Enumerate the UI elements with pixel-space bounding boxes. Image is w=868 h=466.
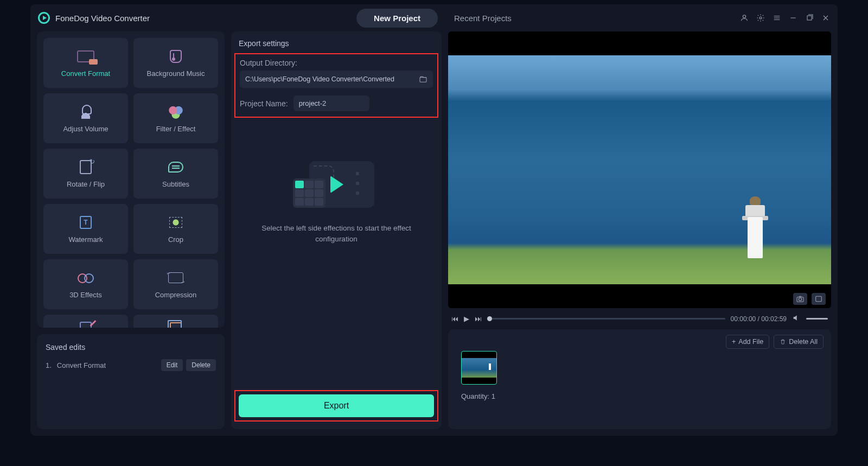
file-thumbnail[interactable] [461, 351, 497, 385]
tab-new-project[interactable]: New Project [356, 9, 438, 28]
tool-label: Convert Format [61, 69, 110, 78]
fullscreen-button[interactable] [812, 293, 826, 305]
export-settings-heading: Export settings [231, 39, 442, 53]
tool-label: Rotate / Flip [67, 180, 105, 188]
playback-bar: ⏮ ▶ ⏭ 00:00:00 / 00:02:59 [448, 314, 831, 324]
saved-edits-heading: Saved edits [46, 343, 216, 352]
tool-grid: Convert Format Background Music Adjust V… [43, 38, 218, 328]
tool-label: Compression [155, 291, 197, 299]
svg-point-5 [799, 298, 801, 301]
tool-filter-effect[interactable]: Filter / Effect [133, 93, 218, 143]
svg-rect-6 [816, 296, 822, 301]
menu-icon[interactable] [773, 14, 781, 22]
compression-icon [165, 270, 186, 285]
tool-partial-1[interactable] [43, 315, 128, 328]
preview-column: ⏮ ▶ ⏭ 00:00:00 / 00:02:59 +Add File Dele… [448, 31, 831, 429]
crop-icon [165, 215, 186, 230]
camera-icon [796, 295, 805, 303]
video-preview [448, 31, 831, 308]
export-settings-highlight: Output Directory: C:\Users\pc\FoneDog Vi… [234, 53, 438, 118]
saved-edit-name: Convert Format [57, 361, 158, 369]
close-icon[interactable] [821, 14, 830, 22]
tool-label: Watermark [68, 235, 103, 244]
volume-slider[interactable] [806, 318, 828, 320]
main-tabs: New Project Recent Projects [356, 9, 512, 28]
tool-label: Adjust Volume [63, 125, 108, 133]
placeholder-illustration-icon [288, 156, 385, 210]
export-button-highlight: Export [234, 390, 438, 422]
3d-effects-icon [75, 270, 96, 285]
delete-button[interactable]: Delete [186, 359, 216, 371]
play-button[interactable]: ▶ [464, 315, 469, 323]
svg-point-1 [760, 17, 762, 19]
tool-subtitles[interactable]: Subtitles [133, 149, 218, 199]
app-title: FoneDog Video Converter [55, 14, 150, 23]
timecode: 00:00:00 / 00:02:59 [731, 315, 787, 323]
volume-button[interactable] [792, 314, 801, 324]
svg-point-0 [743, 15, 745, 18]
minimize-icon[interactable] [789, 14, 797, 22]
tool-partial-2[interactable] [133, 315, 218, 328]
subtitles-icon [165, 159, 186, 175]
background-music-icon [165, 49, 186, 64]
saved-edit-index: 1. [46, 361, 52, 369]
trash-icon [780, 339, 786, 345]
tool-label: Crop [168, 235, 183, 244]
settings-column: Export settings Output Directory: C:\Use… [231, 31, 442, 429]
snapshot-button[interactable] [793, 293, 807, 305]
settings-icon[interactable] [756, 14, 765, 22]
filter-effect-icon [165, 104, 186, 119]
rotate-flip-icon [75, 159, 96, 175]
saved-edit-row: 1. Convert Format Edit Delete [46, 359, 216, 371]
files-buttons: +Add File Delete All [726, 335, 824, 349]
prev-button[interactable]: ⏮ [451, 315, 458, 323]
next-button[interactable]: ⏭ [475, 315, 482, 323]
fullscreen-icon [814, 295, 823, 303]
tool-rotate-flip[interactable]: Rotate / Flip [43, 149, 128, 199]
lighthouse-graphic [744, 188, 766, 258]
titlebar: FoneDog Video Converter New Project Rece… [30, 4, 838, 31]
export-button[interactable]: Export [239, 394, 434, 417]
convert-format-icon [75, 49, 96, 64]
edit-button[interactable]: Edit [161, 359, 183, 371]
output-directory-label: Output Directory: [240, 59, 433, 67]
edit-pencil-icon [75, 319, 96, 328]
tool-compression[interactable]: Compression [133, 259, 218, 309]
tool-background-music[interactable]: Background Music [133, 38, 218, 88]
preview-overlay-controls [793, 293, 826, 305]
project-name-label: Project Name: [240, 99, 288, 108]
folder-browse-icon[interactable] [419, 75, 427, 84]
tab-recent-projects[interactable]: Recent Projects [454, 14, 512, 23]
project-name-input[interactable] [293, 95, 369, 111]
quantity-label: Quantity: 1 [461, 392, 818, 400]
volume-icon [792, 314, 801, 322]
seek-slider[interactable] [487, 318, 725, 320]
tool-3d-effects[interactable]: 3D Effects [43, 259, 128, 309]
output-directory-field[interactable]: C:\Users\pc\FoneDog Video Converter\Conv… [240, 71, 433, 88]
plus-icon: + [732, 338, 736, 346]
settings-placeholder: Select the left side effections to start… [231, 118, 442, 390]
tool-label: Filter / Effect [156, 125, 196, 133]
preview-frame [448, 55, 831, 284]
adjust-volume-icon [75, 104, 96, 119]
tool-label: 3D Effects [69, 291, 102, 299]
watermark-icon: T [75, 215, 96, 230]
tool-label: Subtitles [162, 180, 189, 188]
add-file-button[interactable]: +Add File [726, 335, 769, 349]
file-thumbnails [461, 351, 818, 385]
tool-watermark[interactable]: TWatermark [43, 204, 128, 254]
files-panel: +Add File Delete All Quantity: 1 [448, 329, 831, 429]
window-controls [740, 14, 830, 22]
app-body: Convert Format Background Music Adjust V… [30, 31, 838, 436]
delete-all-button[interactable]: Delete All [774, 335, 824, 349]
account-icon[interactable] [740, 14, 749, 22]
tool-crop[interactable]: Crop [133, 204, 218, 254]
maximize-icon[interactable] [805, 14, 814, 22]
tool-adjust-volume[interactable]: Adjust Volume [43, 93, 128, 143]
tool-panel: Convert Format Background Music Adjust V… [37, 31, 225, 328]
left-column: Convert Format Background Music Adjust V… [37, 31, 225, 429]
output-directory-value: C:\Users\pc\FoneDog Video Converter\Conv… [245, 75, 414, 83]
tool-convert-format[interactable]: Convert Format [43, 38, 128, 88]
saved-edits-panel: Saved edits 1. Convert Format Edit Delet… [37, 334, 225, 429]
placeholder-hint: Select the left side effections to start… [231, 223, 442, 245]
